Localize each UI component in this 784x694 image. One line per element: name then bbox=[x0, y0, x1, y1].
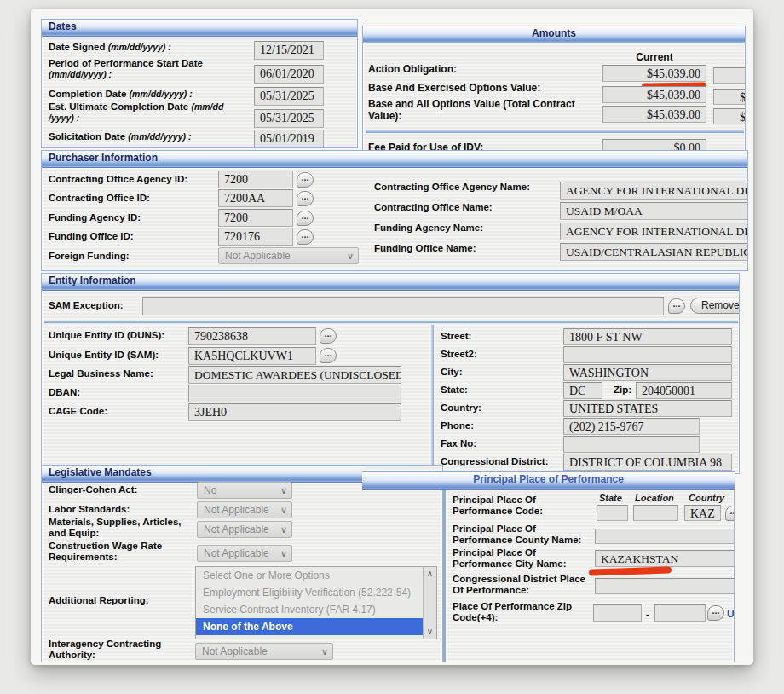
entity-title: Entity Information bbox=[49, 275, 136, 286]
funding-agency-id-lookup-button[interactable]: ... bbox=[297, 211, 314, 226]
date-format-hint: (mm/dd/yyyy) : bbox=[108, 42, 171, 52]
funding-office-name-field[interactable]: USAID/CENTRALASIAN REPUBLIC bbox=[560, 243, 748, 261]
listbox-option-selected[interactable]: None of the Above bbox=[196, 618, 424, 635]
materials-supplies-label: Materials, Supplies, Articles, and Equip… bbox=[49, 517, 192, 539]
labor-standards-label: Labor Standards: bbox=[49, 504, 195, 515]
additional-reporting-listbox[interactable]: Select One or More Options Employment El… bbox=[195, 566, 437, 639]
interagency-authority-dropdown[interactable]: Not Applicable ∨ bbox=[195, 643, 333, 660]
uei-duns-lookup-button[interactable]: ... bbox=[320, 328, 337, 344]
listbox-option[interactable]: Select One or More Options bbox=[196, 567, 424, 584]
congressional-district-label: Congressional District: bbox=[441, 456, 564, 467]
base-all-options-field[interactable]: $45,039.00 bbox=[602, 106, 706, 123]
street2-field[interactable] bbox=[563, 346, 732, 363]
interagency-authority-value: Not Applicable bbox=[202, 645, 268, 657]
ppop-panel: Principal Place Of Performance Code: Sta… bbox=[443, 489, 735, 662]
city-field[interactable]: WASHINGTON bbox=[563, 364, 732, 381]
legal-business-name-field[interactable]: DOMESTIC AWARDEES (UNDISCLOSED) bbox=[188, 366, 401, 384]
base-exercised-total-field[interactable]: $ bbox=[713, 89, 746, 105]
ppop-title: Principal Place of Performance bbox=[473, 473, 624, 485]
completion-date-label: Completion Date (mm/dd/yyyy) : bbox=[49, 89, 249, 100]
phone-field[interactable]: (202) 215-9767 bbox=[563, 418, 700, 435]
sam-exception-lookup-button[interactable]: ... bbox=[668, 298, 685, 314]
dropdown-chevron-icon: ∨ bbox=[347, 248, 354, 263]
sam-exception-remove-button[interactable]: Remove bbox=[690, 298, 740, 314]
ppop-zip4-field[interactable] bbox=[654, 604, 706, 622]
listbox-option[interactable]: Employment Eligibility Verification (52.… bbox=[196, 584, 424, 601]
base-all-options-total-field[interactable]: $ bbox=[713, 108, 746, 124]
country-column-header: Country bbox=[689, 493, 724, 503]
fax-field[interactable] bbox=[563, 436, 700, 453]
contracting-office-id-label: Contracting Office ID: bbox=[49, 193, 210, 204]
entity-header: Entity Information bbox=[42, 274, 739, 291]
ppop-congressional-label: Congressional District Place Of Performa… bbox=[453, 574, 593, 596]
scroll-up-icon[interactable]: ∧ bbox=[424, 569, 436, 579]
scroll-down-icon[interactable]: ∨ bbox=[424, 627, 436, 637]
amounts-title: Amounts bbox=[532, 27, 576, 39]
construction-wage-value: Not Applicable bbox=[204, 547, 269, 559]
date-format-hint: (mm/dd/yyyy) : bbox=[49, 69, 112, 79]
congressional-district-field[interactable]: DISTRICT OF COLUMBIA 98 bbox=[563, 454, 732, 471]
ppop-header: Principal Place of Performance bbox=[362, 471, 735, 490]
uei-sam-label: Unique Entity ID (SAM): bbox=[49, 350, 189, 361]
ppop-county-field[interactable] bbox=[595, 529, 735, 544]
funding-agency-name-field[interactable]: AGENCY FOR INTERNATIONAL DE bbox=[560, 223, 748, 240]
uei-sam-field[interactable]: KA5HQCLKUVW1 bbox=[188, 347, 316, 365]
dropdown-chevron-icon: ∨ bbox=[280, 546, 287, 561]
ppop-zip-field[interactable] bbox=[593, 604, 642, 622]
dban-label: DBAN: bbox=[49, 387, 189, 398]
dban-field[interactable] bbox=[188, 385, 401, 402]
listbox-scrollbar[interactable]: ∧ ∨ bbox=[423, 567, 436, 639]
completion-date-field[interactable]: 05/31/2025 bbox=[254, 87, 324, 106]
foreign-funding-dropdown[interactable]: Not Applicable ∨ bbox=[218, 247, 359, 264]
street-field[interactable]: 1800 F ST NW bbox=[563, 328, 732, 345]
contracting-office-agency-id-field[interactable]: 7200 bbox=[218, 171, 293, 188]
pop-start-date-field[interactable]: 06/01/2020 bbox=[254, 65, 324, 84]
zip-field[interactable]: 204050001 bbox=[636, 382, 732, 399]
ppop-zip-lookup-button[interactable]: ... bbox=[707, 605, 724, 621]
clinger-cohen-dropdown[interactable]: No ∨ bbox=[197, 482, 292, 499]
contracting-office-name-field[interactable]: USAID M/OAA bbox=[560, 202, 748, 220]
sam-exception-field[interactable] bbox=[142, 297, 664, 315]
state-column-header: State bbox=[599, 493, 622, 503]
date-signed-field[interactable]: 12/15/2021 bbox=[254, 41, 324, 60]
labor-standards-dropdown[interactable]: Not Applicable ∨ bbox=[197, 501, 292, 518]
dates-title: Dates bbox=[49, 20, 77, 32]
contracting-office-name-label: Contracting Office Name: bbox=[374, 202, 557, 213]
base-exercised-field[interactable]: $45,039.00 bbox=[602, 86, 706, 103]
dropdown-chevron-icon: ∨ bbox=[280, 483, 287, 498]
funding-office-id-label: Funding Office ID: bbox=[49, 231, 210, 242]
contracting-office-agency-id-lookup-button[interactable]: ... bbox=[297, 172, 314, 188]
purchaser-title: Purchaser Information bbox=[49, 152, 158, 164]
purchaser-panel: Purchaser Information Contracting Office… bbox=[41, 150, 748, 271]
state-label: State: bbox=[441, 385, 551, 396]
zip-dash: - bbox=[646, 609, 649, 620]
funding-agency-id-field[interactable]: 7200 bbox=[218, 209, 293, 227]
funding-office-id-field[interactable]: 720176 bbox=[218, 228, 293, 246]
solicitation-date-field[interactable]: 05/01/2019 bbox=[254, 130, 324, 148]
base-all-options-label: Base and All Options Value (Total Contra… bbox=[368, 98, 597, 122]
ppop-code-lookup-button[interactable]: ... bbox=[725, 506, 735, 521]
contracting-office-id-lookup-button[interactable]: ... bbox=[297, 191, 314, 206]
state-field[interactable]: DC bbox=[563, 382, 602, 399]
listbox-option[interactable]: Service Contract Inventory (FAR 4.17) bbox=[196, 601, 424, 618]
contracting-office-id-field[interactable]: 7200AA bbox=[218, 189, 293, 207]
street2-label: Street2: bbox=[441, 349, 551, 360]
ppop-county-label: Principal Place Of Performance County Na… bbox=[453, 523, 589, 546]
country-field[interactable]: UNITED STATES bbox=[563, 400, 732, 417]
ppop-country-field[interactable]: KAZ bbox=[684, 505, 721, 521]
materials-supplies-dropdown[interactable]: Not Applicable ∨ bbox=[197, 521, 292, 538]
contracting-office-agency-name-field[interactable]: AGENCY FOR INTERNATIONAL DE bbox=[560, 182, 748, 200]
uei-duns-field[interactable]: 790238638 bbox=[188, 327, 316, 345]
construction-wage-dropdown[interactable]: Not Applicable ∨ bbox=[197, 545, 292, 562]
ppop-congressional-field[interactable] bbox=[595, 578, 735, 594]
ppop-location-field[interactable] bbox=[633, 505, 678, 521]
amounts-panel: Amounts Current Action Obligation: $45,0… bbox=[362, 26, 746, 159]
uei-sam-lookup-button[interactable]: ... bbox=[320, 348, 337, 363]
action-obligation-total-field[interactable] bbox=[713, 67, 746, 84]
cage-code-field[interactable]: 3JEH0 bbox=[188, 403, 401, 421]
action-obligation-field[interactable]: $45,039.00 bbox=[602, 65, 706, 82]
est-ultimate-completion-field[interactable]: 05/31/2025 bbox=[254, 109, 324, 128]
ppop-state-field[interactable] bbox=[597, 505, 628, 521]
funding-office-id-lookup-button[interactable]: ... bbox=[297, 229, 314, 245]
ppop-city-field[interactable]: KAZAKHSTAN bbox=[595, 550, 735, 567]
